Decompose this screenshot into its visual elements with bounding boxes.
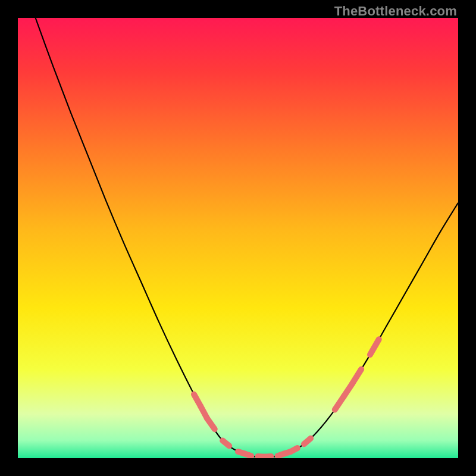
highlight-segment (223, 440, 229, 446)
highlight-segment (264, 456, 271, 457)
highlight-segment (291, 448, 298, 452)
highlight-segment (245, 454, 251, 456)
chart-svg (18, 18, 458, 458)
chart-background (18, 18, 458, 458)
watermark-label: TheBottleneck.com (334, 4, 457, 19)
bottleneck-chart (18, 18, 458, 458)
